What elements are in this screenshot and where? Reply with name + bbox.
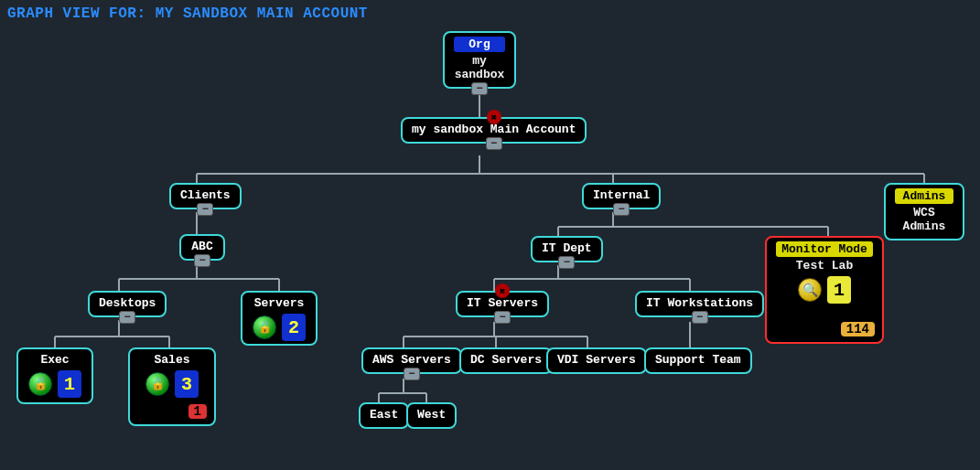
node-dc-servers[interactable]: DC Servers xyxy=(459,347,553,374)
node-dc-label: DC Servers xyxy=(470,353,542,367)
node-vdi-label: VDI Servers xyxy=(557,353,636,367)
count-badge: 1 xyxy=(827,276,851,304)
node-sales[interactable]: Sales 🔓 3 1 xyxy=(128,347,216,426)
node-abc[interactable]: ABC − xyxy=(179,234,225,261)
node-clients[interactable]: Clients − xyxy=(169,183,242,209)
lock-icon: 🔓 xyxy=(145,372,169,396)
node-west-label: West xyxy=(417,408,446,422)
node-it-workstations-label: IT Workstations xyxy=(646,296,753,310)
node-exec[interactable]: Exec 🔓 1 xyxy=(16,347,93,404)
collapse-icon[interactable]: − xyxy=(692,311,708,324)
node-clients-label: Clients xyxy=(180,188,231,202)
node-support-team[interactable]: Support Team xyxy=(644,347,752,374)
node-support-label: Support Team xyxy=(655,353,741,367)
node-abc-label: ABC xyxy=(190,240,214,253)
node-monitor-sub: Test Lab xyxy=(776,259,873,272)
node-aws-servers[interactable]: AWS Servers − xyxy=(361,347,462,374)
node-servers[interactable]: Servers 🔓 2 xyxy=(241,291,318,346)
lock-icon: 🔓 xyxy=(253,315,276,339)
node-servers-label: Servers xyxy=(252,296,307,310)
search-icon: 🔍 xyxy=(798,278,822,302)
collapse-icon[interactable]: − xyxy=(486,137,502,150)
node-it-servers[interactable]: ✖ IT Servers − xyxy=(456,291,549,317)
collapse-icon[interactable]: − xyxy=(471,82,488,95)
node-org-sub: my sandbox xyxy=(454,54,505,81)
node-monitor-mode[interactable]: Monitor Mode Test Lab 🔍 1 114 xyxy=(765,236,884,344)
collapse-icon[interactable]: − xyxy=(613,203,630,216)
status-pill: 1 xyxy=(188,404,207,419)
count-badge: 3 xyxy=(175,370,199,398)
node-it-servers-label: IT Servers xyxy=(467,296,538,310)
node-it-dept[interactable]: IT Dept − xyxy=(531,236,603,262)
node-desktops-label: Desktops xyxy=(99,296,156,310)
node-west[interactable]: West xyxy=(406,402,457,429)
node-org[interactable]: Org my sandbox − xyxy=(443,31,516,89)
node-monitor-title: Monitor Mode xyxy=(776,241,873,257)
lock-icon: 🔓 xyxy=(28,372,52,396)
node-sales-label: Sales xyxy=(139,353,205,367)
node-east[interactable]: East xyxy=(359,402,409,429)
node-admins[interactable]: Admins WCS Admins xyxy=(884,183,964,240)
node-vdi-servers[interactable]: VDI Servers xyxy=(546,347,647,374)
node-admins-sub: WCS Admins xyxy=(895,206,953,233)
node-it-dept-label: IT Dept xyxy=(542,241,592,255)
count-badge: 2 xyxy=(282,314,306,341)
collapse-icon[interactable]: − xyxy=(404,368,420,380)
node-it-workstations[interactable]: IT Workstations − xyxy=(635,291,764,317)
node-main-account-label: my sandbox Main Account xyxy=(412,123,576,136)
node-aws-label: AWS Servers xyxy=(372,353,451,367)
count-badge: 1 xyxy=(58,370,81,398)
node-main-account[interactable]: ✖ my sandbox Main Account − xyxy=(401,117,587,144)
node-internal[interactable]: Internal − xyxy=(582,183,661,209)
collapse-icon[interactable]: − xyxy=(194,254,210,267)
node-exec-label: Exec xyxy=(27,353,82,367)
page-title: GRAPH VIEW FOR: MY SANDBOX MAIN ACCOUNT xyxy=(0,0,980,27)
close-icon[interactable]: ✖ xyxy=(487,110,501,124)
status-pill: 114 xyxy=(841,322,875,336)
close-icon[interactable]: ✖ xyxy=(495,283,510,298)
collapse-icon[interactable]: − xyxy=(494,311,511,324)
collapse-icon[interactable]: − xyxy=(197,203,213,216)
collapse-icon[interactable]: − xyxy=(558,256,575,269)
node-desktops[interactable]: Desktops − xyxy=(88,291,167,317)
node-org-title: Org xyxy=(454,37,505,52)
node-internal-label: Internal xyxy=(593,188,650,202)
collapse-icon[interactable]: − xyxy=(119,311,135,324)
node-east-label: East xyxy=(370,408,398,422)
node-admins-title: Admins xyxy=(895,188,953,204)
